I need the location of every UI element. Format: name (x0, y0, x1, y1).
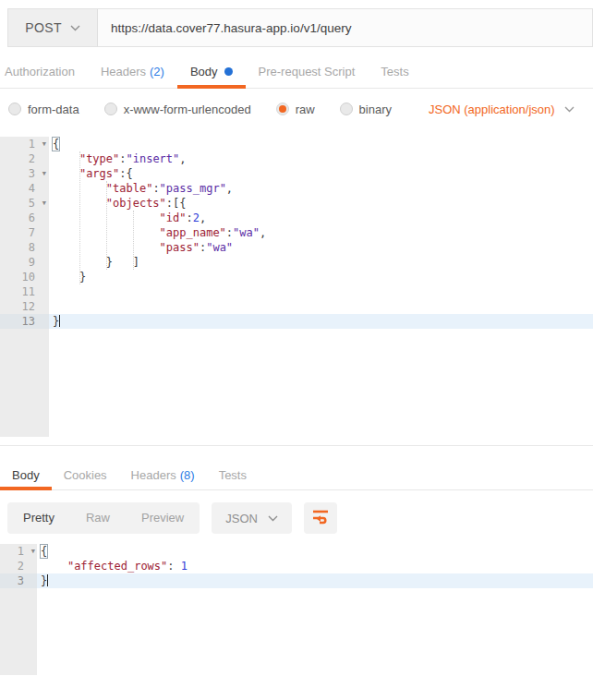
line-number-gutter: 1▼23▼45▼678910111213 (0, 137, 49, 437)
response-tab-body[interactable]: Body (0, 460, 52, 489)
line-number: 2 (0, 151, 49, 166)
tab-headers[interactable]: Headers (2) (88, 55, 177, 88)
tab-tests[interactable]: Tests (368, 55, 421, 88)
wrap-text-button[interactable] (304, 502, 337, 534)
line-number: 7 (0, 225, 49, 240)
line-number: 4 (0, 181, 49, 196)
code-line[interactable]: "args":{ (49, 166, 593, 181)
body-type-bar: form-data x-www-form-urlencoded raw bina… (0, 89, 593, 129)
radio-circle-icon (8, 103, 21, 115)
code-line[interactable]: } (49, 270, 593, 284)
radio-circle-icon (104, 103, 117, 115)
response-body-code[interactable]: { "affected_rows": 1} (37, 544, 593, 675)
radio-binary[interactable]: binary (340, 103, 392, 116)
response-toolbar: Pretty Raw Preview JSON (7, 502, 593, 534)
radio-form-data[interactable]: form-data (8, 103, 79, 116)
view-raw-button[interactable]: Raw (70, 502, 126, 534)
response-tab-tests[interactable]: Tests (207, 460, 259, 489)
request-response-divider (0, 445, 593, 446)
line-number-gutter: 1▼23 (0, 544, 37, 675)
line-number: 13 (0, 314, 49, 329)
text-cursor (47, 574, 48, 586)
code-line[interactable]: "affected_rows": 1 (37, 559, 593, 573)
line-number: 5▼ (0, 196, 49, 211)
tab-body[interactable]: Body (177, 55, 246, 88)
radio-raw[interactable]: raw (276, 103, 315, 116)
line-number: 1▼ (0, 137, 49, 151)
line-number: 6 (0, 211, 49, 225)
request-body-editor[interactable]: 1▼23▼45▼678910111213 { "type":"insert", … (0, 137, 593, 437)
response-body-viewer[interactable]: 1▼23 { "affected_rows": 1} (0, 544, 593, 675)
view-pretty-button[interactable]: Pretty (7, 502, 70, 534)
content-type-select[interactable]: JSON (application/json) (429, 103, 575, 116)
wrap-text-icon (311, 508, 330, 528)
chevron-down-icon (564, 106, 575, 113)
fold-arrow-icon[interactable]: ▼ (42, 196, 46, 211)
headers-count-badge: (2) (150, 65, 164, 78)
response-tab-headers[interactable]: Headers (8) (119, 460, 207, 489)
code-line[interactable]: "pass":"wa" (49, 240, 593, 255)
fold-arrow-icon[interactable]: ▼ (42, 137, 46, 151)
request-tabs: Authorization Headers (2) Body Pre-reque… (0, 55, 593, 89)
indent-guide (106, 181, 107, 270)
http-method-select[interactable]: POST (8, 9, 98, 46)
url-input[interactable]: https://data.cover77.hasura-app.io/v1/qu… (98, 9, 592, 46)
line-number: 12 (0, 299, 49, 314)
fold-arrow-icon[interactable]: ▼ (31, 544, 35, 559)
url-text: https://data.cover77.hasura-app.io/v1/qu… (111, 21, 351, 35)
response-headers-count-badge: (8) (180, 468, 195, 482)
request-body-code[interactable]: { "type":"insert", "args":{ "table":"pas… (49, 137, 593, 437)
code-line[interactable]: { (37, 544, 593, 559)
line-number: 1▼ (0, 544, 37, 559)
code-line[interactable]: { (49, 137, 593, 151)
code-line[interactable] (49, 284, 593, 299)
code-line[interactable]: "objects":[{ (49, 196, 593, 211)
line-number: 11 (0, 284, 49, 299)
view-preview-button[interactable]: Preview (126, 502, 200, 534)
response-tabs: Body Cookies Headers (8) Tests (0, 460, 593, 490)
response-view-group: Pretty Raw Preview (7, 502, 200, 534)
code-line[interactable]: "app_name":"wa", (49, 225, 593, 240)
code-line[interactable] (49, 299, 593, 314)
code-line[interactable]: } (37, 573, 593, 588)
line-number: 8 (0, 240, 49, 255)
chevron-down-icon (268, 515, 278, 522)
text-cursor (59, 315, 60, 327)
tab-authorization[interactable]: Authorization (0, 55, 88, 88)
radio-selected-icon (276, 103, 289, 115)
indent-guide (133, 211, 134, 270)
line-number: 9 (0, 255, 49, 270)
indent-guide (79, 151, 80, 284)
code-line[interactable]: } ] (49, 255, 593, 270)
chevron-down-icon (70, 25, 80, 31)
code-line[interactable]: "type":"insert", (49, 151, 593, 166)
code-line[interactable]: "table":"pass_mgr", (49, 181, 593, 196)
radio-circle-icon (340, 103, 353, 115)
response-format-select[interactable]: JSON (212, 502, 292, 534)
http-method-label: POST (25, 20, 62, 35)
line-number: 3 (0, 573, 37, 588)
radio-x-www-form-urlencoded[interactable]: x-www-form-urlencoded (104, 103, 251, 116)
request-url-bar: POST https://data.cover77.hasura-app.io/… (7, 8, 593, 47)
line-number: 2 (0, 559, 37, 573)
fold-arrow-icon[interactable]: ▼ (42, 166, 46, 181)
unsaved-changes-dot (224, 67, 233, 76)
code-line[interactable]: } (49, 314, 593, 329)
code-line[interactable]: "id":2, (49, 211, 593, 225)
line-number: 10 (0, 270, 49, 284)
line-number: 3▼ (0, 166, 49, 181)
tab-pre-request-script[interactable]: Pre-request Script (246, 55, 369, 88)
response-tab-cookies[interactable]: Cookies (52, 460, 119, 489)
